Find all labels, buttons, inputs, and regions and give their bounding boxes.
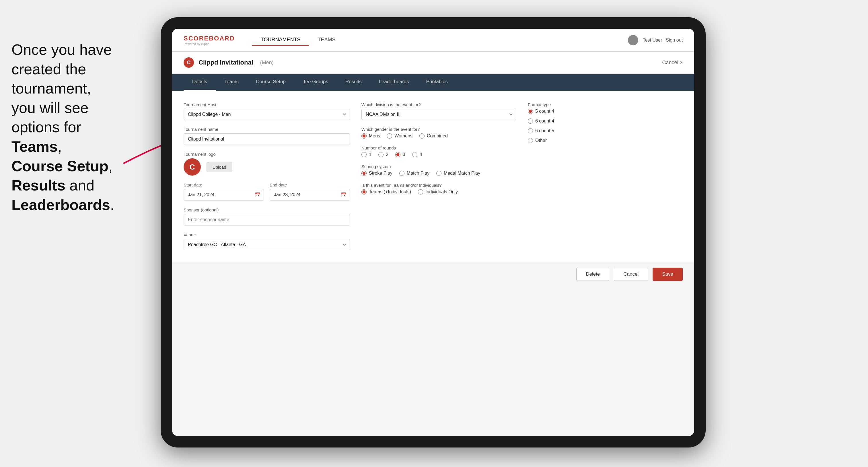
- sponsor-field: Sponsor (optional): [184, 208, 350, 225]
- nav-links: TOURNAMENTS TEAMS: [252, 34, 344, 46]
- division-select[interactable]: NCAA Division III: [362, 109, 516, 120]
- start-date-field: Start date 📅: [184, 182, 264, 200]
- delete-button[interactable]: Delete: [576, 268, 609, 281]
- sponsor-label: Sponsor (optional): [184, 208, 350, 212]
- gender-radio-womens[interactable]: [387, 133, 392, 138]
- format-radio-5count4[interactable]: [528, 109, 533, 114]
- rounds-option-1[interactable]: 1: [362, 152, 371, 157]
- gender-option-combined[interactable]: Combined: [420, 133, 448, 138]
- format-option-6count5[interactable]: 6 count 5: [528, 128, 683, 133]
- tournament-logo-label: Tournament logo: [184, 152, 350, 157]
- scoring-radio-match[interactable]: [399, 171, 404, 176]
- gender-radio-combined[interactable]: [420, 133, 425, 138]
- tournament-host-select[interactable]: Clippd College - Men: [184, 109, 350, 120]
- start-date-label: Start date: [184, 182, 264, 187]
- tab-results[interactable]: Results: [337, 74, 370, 91]
- save-button[interactable]: Save: [653, 268, 683, 281]
- date-row: Start date 📅 End date 📅: [184, 182, 350, 200]
- scoring-radio-group: Stroke Play Match Play Medal Match Play: [362, 171, 516, 176]
- tab-teams[interactable]: Teams: [216, 74, 247, 91]
- upload-button[interactable]: Upload: [207, 162, 232, 172]
- rounds-radio-group: 1 2 3 4: [362, 152, 516, 157]
- scoring-field: Scoring system Stroke Play Match Play: [362, 164, 516, 176]
- logo-circle: C: [184, 158, 201, 176]
- cancel-button[interactable]: Cancel: [614, 268, 648, 281]
- end-date-wrapper: 📅: [270, 189, 350, 200]
- rounds-field: Number of rounds 1 2: [362, 146, 516, 157]
- tab-printables[interactable]: Printables: [417, 74, 457, 91]
- format-option-5count4[interactable]: 5 count 4: [528, 109, 683, 114]
- nav-right: Test User | Sign out: [628, 35, 683, 45]
- rounds-option-2[interactable]: 2: [378, 152, 389, 157]
- teams-label: Is this event for Teams and/or Individua…: [362, 183, 516, 188]
- logo-area: SCOREBOARD Powered by clippd: [184, 35, 235, 45]
- rounds-option-3[interactable]: 3: [395, 152, 405, 157]
- gender-radio-group: Mens Womens Combined: [362, 133, 516, 138]
- tournament-host-label: Tournament Host: [184, 102, 350, 107]
- user-signout-link[interactable]: Test User | Sign out: [643, 38, 683, 43]
- start-date-input[interactable]: [184, 189, 264, 200]
- logo-sub: Powered by clippd: [184, 42, 235, 45]
- middle-column: Which division is the event for? NCAA Di…: [362, 102, 516, 250]
- tournament-icon: C: [184, 57, 194, 68]
- nav-link-tournaments[interactable]: TOURNAMENTS: [252, 34, 309, 46]
- scoring-option-medal[interactable]: Medal Match Play: [436, 171, 480, 176]
- tournament-name: Clippd Invitational: [198, 59, 253, 66]
- start-date-wrapper: 📅: [184, 189, 264, 200]
- scoring-radio-medal[interactable]: [436, 171, 441, 176]
- gender-option-mens[interactable]: Mens: [362, 133, 380, 138]
- gender-radio-mens[interactable]: [362, 133, 367, 138]
- division-label: Which division is the event for?: [362, 102, 516, 107]
- rounds-option-4[interactable]: 4: [412, 152, 422, 157]
- rounds-radio-1[interactable]: [362, 152, 367, 157]
- left-column: Tournament Host Clippd College - Men Tou…: [184, 102, 350, 250]
- top-nav: SCOREBOARD Powered by clippd TOURNAMENTS…: [172, 29, 694, 52]
- end-date-label: End date: [270, 182, 350, 187]
- rounds-label: Number of rounds: [362, 146, 516, 150]
- format-other-row: Other: [528, 138, 683, 143]
- scoring-label: Scoring system: [362, 164, 516, 169]
- division-field: Which division is the event for? NCAA Di…: [362, 102, 516, 120]
- form-content: Tournament Host Clippd College - Men Tou…: [172, 91, 694, 261]
- right-column: Format type 5 count 4 6 count 4: [528, 102, 683, 250]
- sponsor-input[interactable]: [184, 214, 350, 225]
- tournament-host-field: Tournament Host Clippd College - Men: [184, 102, 350, 120]
- nav-link-teams[interactable]: TEAMS: [309, 34, 344, 46]
- end-date-input[interactable]: [270, 189, 350, 200]
- format-radio-6count4[interactable]: [528, 119, 533, 124]
- tab-course-setup[interactable]: Course Setup: [247, 74, 294, 91]
- format-radio-other[interactable]: [528, 138, 533, 143]
- tab-leaderboards[interactable]: Leaderboards: [370, 74, 417, 91]
- tab-details[interactable]: Details: [184, 74, 216, 91]
- scoring-option-stroke[interactable]: Stroke Play: [362, 171, 393, 176]
- rounds-radio-3[interactable]: [395, 152, 400, 157]
- scoring-radio-stroke[interactable]: [362, 171, 367, 176]
- venue-label: Venue: [184, 232, 350, 237]
- gender-option-womens[interactable]: Womens: [387, 133, 412, 138]
- teams-field: Is this event for Teams and/or Individua…: [362, 183, 516, 194]
- scoring-option-match[interactable]: Match Play: [399, 171, 429, 176]
- rounds-radio-4[interactable]: [412, 152, 417, 157]
- tab-tee-groups[interactable]: Tee Groups: [294, 74, 337, 91]
- venue-field: Venue Peachtree GC - Atlanta - GA: [184, 232, 350, 250]
- logo-upload-row: C Upload: [184, 158, 350, 176]
- format-option-other[interactable]: Other: [528, 138, 547, 143]
- cancel-header-button[interactable]: Cancel ×: [662, 60, 683, 66]
- teams-radio-teams[interactable]: [362, 189, 367, 194]
- teams-option-individuals[interactable]: Individuals Only: [418, 189, 458, 194]
- logo-text: SCOREBOARD: [184, 35, 235, 42]
- teams-radio-individuals[interactable]: [418, 189, 423, 194]
- format-radio-6count5[interactable]: [528, 128, 533, 133]
- format-label: Format type: [528, 102, 683, 107]
- tournament-gender: (Men): [260, 60, 274, 66]
- instructional-text: Once you have created the tournament, yo…: [0, 34, 166, 220]
- venue-select[interactable]: Peachtree GC - Atlanta - GA: [184, 239, 350, 250]
- start-calendar-icon: 📅: [255, 192, 260, 198]
- format-radio-group: 5 count 4 6 count 4 6 count 5: [528, 109, 683, 143]
- gender-label: Which gender is the event for?: [362, 127, 516, 132]
- format-field: Format type 5 count 4 6 count 4: [528, 102, 683, 143]
- teams-option-teams[interactable]: Teams (+Individuals): [362, 189, 411, 194]
- tournament-name-input[interactable]: [184, 133, 350, 145]
- format-option-6count4[interactable]: 6 count 4: [528, 119, 683, 124]
- rounds-radio-2[interactable]: [378, 152, 383, 157]
